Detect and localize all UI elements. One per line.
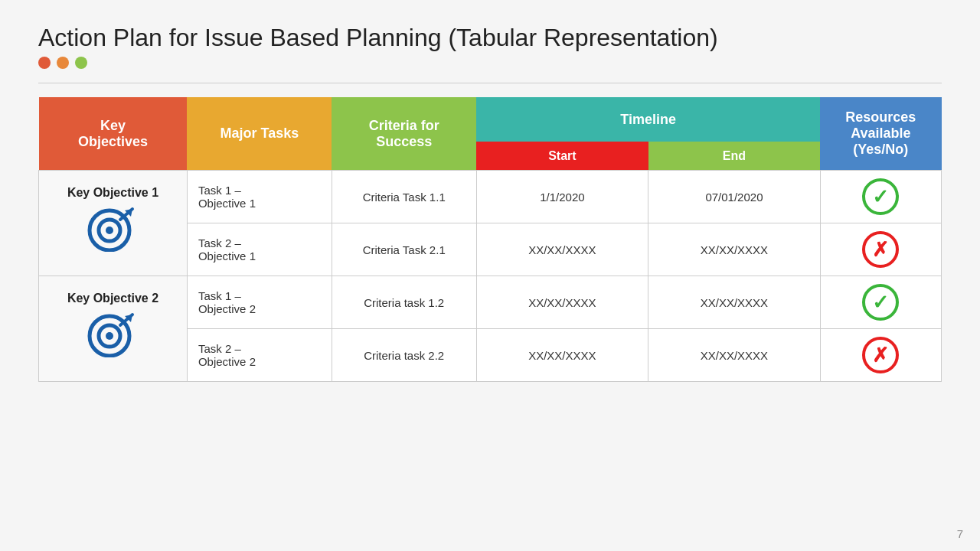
- start-2-1: XX/XX/XXXX: [476, 223, 648, 276]
- resource-1-1: ✓: [820, 171, 941, 223]
- header-key-objectives: KeyObjectives: [39, 97, 188, 171]
- page-title: Action Plan for Issue Based Planning (Ta…: [38, 23, 942, 52]
- table-header-row: KeyObjectives Major Tasks Criteria forSu…: [39, 97, 942, 142]
- target-icon-2: [85, 311, 140, 357]
- dot-red: [38, 57, 51, 69]
- svg-point-7: [106, 332, 113, 340]
- start-1-1: 1/1/2020: [476, 171, 648, 223]
- svg-point-2: [106, 227, 113, 234]
- end-1-2: XX/XX/XXXX: [648, 276, 821, 329]
- objective-1-cell: Key Objective 1: [39, 171, 188, 276]
- objective-2-label: Key Objective 2: [50, 292, 176, 305]
- task-2-1: Task 2 –Objective 1: [187, 223, 332, 276]
- slide: Action Plan for Issue Based Planning (Ta…: [0, 0, 980, 551]
- end-1-1: 07/01/2020: [648, 171, 821, 223]
- resource-2-1: ✗: [820, 223, 941, 276]
- objective-1-icon: [50, 206, 176, 261]
- dot-green: [75, 57, 87, 69]
- criteria-1-2: Criteria task 1.2: [332, 276, 476, 329]
- dot-group: [38, 57, 942, 69]
- start-1-2: XX/XX/XXXX: [476, 276, 648, 329]
- header-major-tasks: Major Tasks: [187, 97, 332, 171]
- header-resources: ResourcesAvailable(Yes/No): [820, 97, 941, 171]
- resource-1-2: ✓: [820, 276, 941, 329]
- task-2-2: Task 2 –Objective 2: [187, 329, 332, 382]
- target-icon-1: [85, 206, 140, 252]
- table-row: Key Objective 1 Task 1 –Objective 1 C: [39, 171, 942, 223]
- end-2-1: XX/XX/XXXX: [648, 223, 821, 276]
- header-timeline: Timeline: [476, 97, 820, 142]
- criteria-2-1: Criteria Task 2.1: [332, 223, 476, 276]
- dot-orange: [57, 57, 69, 69]
- start-2-2: XX/XX/XXXX: [476, 329, 648, 382]
- objective-2-icon: [50, 311, 176, 367]
- x-icon: ✗: [862, 337, 899, 373]
- action-plan-table: KeyObjectives Major Tasks Criteria forSu…: [38, 97, 942, 382]
- header-criteria: Criteria forSuccess: [332, 97, 476, 171]
- criteria-2-2: Criteria task 2.2: [332, 329, 476, 382]
- table-row: Key Objective 2 Task 1 –Objective 2 Crit…: [39, 276, 942, 329]
- task-1-1: Task 1 –Objective 1: [187, 171, 332, 223]
- criteria-1-1: Criteria Task 1.1: [332, 171, 476, 223]
- resource-2-2: ✗: [820, 329, 941, 382]
- page-number: 7: [957, 527, 963, 540]
- subheader-start: Start: [476, 142, 648, 171]
- divider: [38, 83, 942, 83]
- check-icon: ✓: [862, 178, 899, 215]
- subheader-end: End: [648, 142, 821, 171]
- end-2-2: XX/XX/XXXX: [648, 329, 821, 382]
- objective-1-label: Key Objective 1: [50, 186, 176, 200]
- x-icon: ✗: [862, 231, 899, 268]
- check-icon: ✓: [862, 284, 899, 321]
- objective-2-cell: Key Objective 2: [39, 276, 188, 382]
- task-1-2: Task 1 –Objective 2: [187, 276, 332, 329]
